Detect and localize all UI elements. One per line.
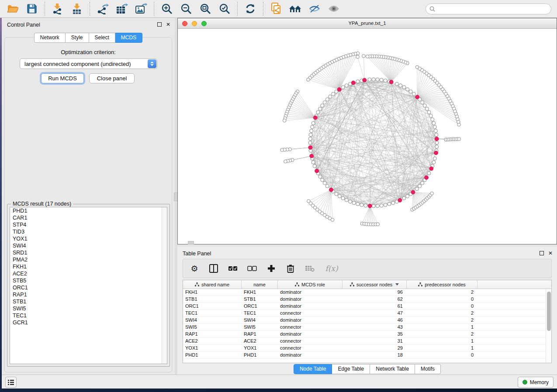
network-node[interactable]	[318, 107, 322, 110]
network-node[interactable]	[435, 133, 438, 137]
network-node[interactable]	[309, 133, 312, 137]
mcds-hub-node[interactable]	[425, 175, 429, 179]
network-node[interactable]	[432, 161, 436, 164]
zoom-in-icon[interactable]	[160, 2, 173, 15]
criterion-select[interactable]: largest connected component (undirected)	[20, 58, 157, 69]
network-node[interactable]	[415, 187, 419, 191]
tab-motifs[interactable]: Motifs	[415, 364, 441, 374]
task-history-button[interactable]	[5, 377, 17, 388]
tab-network[interactable]: Network	[34, 33, 66, 43]
network-node[interactable]	[432, 121, 436, 125]
mcds-result-item[interactable]: GCR1	[10, 319, 167, 326]
network-node[interactable]	[433, 157, 436, 160]
mcds-result-item[interactable]: TEC1	[10, 312, 167, 319]
network-leaf-node[interactable]	[366, 55, 369, 58]
network-node[interactable]	[352, 201, 356, 205]
show-all-icon[interactable]	[327, 2, 340, 15]
network-node[interactable]	[402, 86, 406, 89]
mcds-hub-node[interactable]	[415, 95, 419, 99]
mcds-result-item[interactable]: SWI5	[10, 305, 167, 312]
table-row[interactable]: ORC1ORC1dominator610	[183, 303, 546, 310]
network-node[interactable]	[406, 88, 409, 91]
table-row[interactable]: PHD1PHD1dominator180	[183, 352, 546, 359]
mcds-list-scrollbar[interactable]	[162, 207, 167, 364]
network-node[interactable]	[423, 104, 426, 107]
network-node[interactable]	[435, 141, 439, 144]
network-node[interactable]	[427, 110, 431, 114]
mcds-result-item[interactable]: CAR1	[10, 214, 167, 221]
mcds-hub-node[interactable]	[398, 198, 402, 202]
zoom-out-icon[interactable]	[180, 2, 193, 15]
network-node[interactable]	[349, 200, 352, 203]
tab-edge-table[interactable]: Edge Table	[332, 364, 370, 374]
network-node[interactable]	[391, 201, 395, 205]
mcds-hub-node[interactable]	[435, 137, 439, 141]
network-node[interactable]	[425, 107, 429, 110]
network-titlebar[interactable]: YPA_prune.txt_1	[178, 18, 557, 29]
network-node[interactable]	[311, 161, 315, 164]
delete-column-icon[interactable]	[285, 263, 296, 274]
network-node[interactable]	[325, 98, 329, 101]
network-node[interactable]	[380, 204, 383, 207]
gear-icon[interactable]: ⚙	[189, 263, 200, 274]
network-node[interactable]	[421, 101, 424, 104]
network-leaf-node[interactable]	[331, 218, 334, 222]
select-all-icon[interactable]	[228, 263, 238, 274]
float-window-icon[interactable]	[157, 22, 162, 27]
network-leaf-node[interactable]	[376, 223, 380, 226]
network-node[interactable]	[395, 82, 398, 86]
table-row[interactable]: SWI5SWI5connector431	[183, 324, 546, 331]
close-window-icon[interactable]: ✕	[548, 250, 553, 256]
network-leaf-node[interactable]	[362, 55, 366, 58]
network-node[interactable]	[323, 181, 326, 185]
column-header-shared-name[interactable]: shared name	[183, 280, 242, 289]
network-node[interactable]	[429, 114, 432, 117]
column-header-successor-nodes[interactable]: successor nodes	[343, 280, 407, 289]
add-column-icon[interactable]	[266, 263, 277, 274]
hide-selected-icon[interactable]	[308, 2, 321, 15]
network-node[interactable]	[345, 84, 348, 87]
share-document-icon[interactable]	[270, 2, 283, 15]
network-node[interactable]	[435, 145, 439, 148]
network-node[interactable]	[356, 80, 360, 83]
close-window-icon[interactable]: ✕	[166, 21, 170, 28]
mcds-result-item[interactable]: ORC1	[10, 284, 167, 291]
table-row[interactable]: TEC1TEC1connector472	[183, 310, 546, 317]
mcds-result-item[interactable]: TID3	[10, 228, 167, 235]
horizontal-splitter-grip[interactable]	[188, 241, 194, 244]
network-node[interactable]	[387, 202, 391, 206]
network-node[interactable]	[345, 198, 348, 202]
mcds-result-item[interactable]: SWI4	[10, 242, 167, 249]
network-node[interactable]	[310, 129, 313, 133]
network-node[interactable]	[368, 78, 371, 81]
network-node[interactable]	[313, 164, 316, 168]
network-node[interactable]	[402, 196, 406, 200]
network-node[interactable]	[372, 78, 375, 81]
network-node[interactable]	[311, 125, 314, 129]
split-columns-icon[interactable]	[208, 263, 219, 274]
tab-node-table[interactable]: Node Table	[294, 364, 332, 374]
network-node[interactable]	[341, 196, 345, 200]
export-table-icon[interactable]	[115, 2, 128, 15]
network-node[interactable]	[364, 204, 367, 207]
network-leaf-node[interactable]	[430, 192, 434, 195]
mcds-result-item[interactable]: RAP1	[10, 291, 167, 298]
close-panel-button[interactable]: Close panel	[89, 73, 135, 83]
mcds-hub-node[interactable]	[337, 88, 341, 92]
network-node[interactable]	[308, 137, 312, 141]
network-node[interactable]	[323, 101, 326, 104]
mcds-hub-node[interactable]	[363, 78, 367, 82]
network-leaf-node[interactable]	[283, 119, 286, 122]
table-row[interactable]: SWI4SWI4dominator462	[183, 317, 546, 324]
tab-network-table[interactable]: Network Table	[370, 364, 415, 374]
column-header-name[interactable]: name	[242, 280, 278, 289]
table-row[interactable]: FKH1FKH1dominator962	[183, 289, 546, 296]
network-node[interactable]	[335, 192, 338, 196]
save-icon[interactable]	[25, 2, 38, 15]
tab-style[interactable]: Style	[66, 33, 89, 43]
column-header-predecessor-nodes[interactable]: predecessor nodes	[407, 280, 477, 289]
tab-select[interactable]: Select	[89, 33, 115, 43]
mcds-hub-node[interactable]	[315, 169, 319, 173]
network-leaf-node[interactable]	[457, 138, 461, 141]
tab-mcds[interactable]: MCDS	[115, 33, 142, 43]
